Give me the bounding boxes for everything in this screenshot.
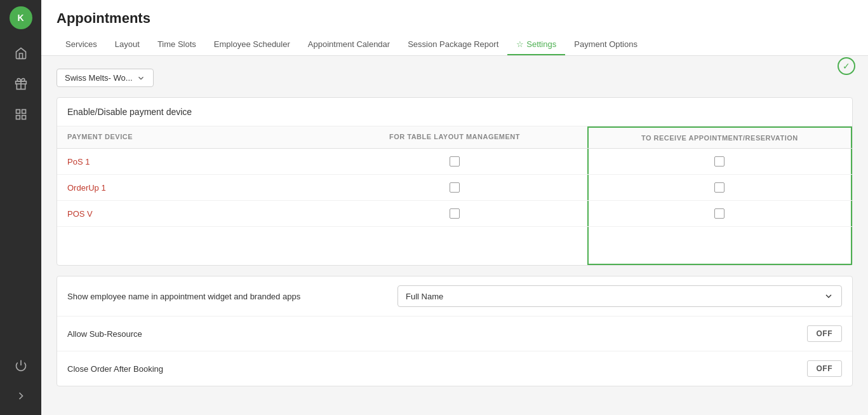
svg-rect-4 xyxy=(16,116,20,119)
device-name-3: POS V xyxy=(57,201,322,226)
page-title: Appointments xyxy=(57,10,853,27)
table-row: PoS 1 xyxy=(57,149,852,175)
appt-checkbox-3[interactable] xyxy=(587,201,852,226)
tab-employee-scheduler[interactable]: Employee Scheduler xyxy=(205,34,299,55)
svg-rect-3 xyxy=(22,110,25,114)
close-order-control: OFF xyxy=(807,360,843,377)
table-header: PAYMENT DEVICE FOR TABLE LAYOUT MANAGEME… xyxy=(57,126,852,149)
sub-resource-control: OFF xyxy=(807,325,843,342)
col-appointment: TO RECEIVE APPOINTMENT/RESERVATION xyxy=(587,126,852,148)
appt-checkbox-2[interactable] xyxy=(587,175,852,200)
table-row: POS V xyxy=(57,201,852,227)
location-dropdown[interactable]: Swiss Melts- Wo... xyxy=(57,69,154,87)
tab-appointment-calendar[interactable]: Appointment Calendar xyxy=(299,34,399,55)
payment-section-title: Enable/Disable payment device xyxy=(57,98,852,126)
close-order-label: Close Order After Booking xyxy=(67,364,797,374)
close-order-toggle[interactable]: OFF xyxy=(807,360,843,377)
svg-rect-5 xyxy=(22,116,25,119)
dropdown-chevron-icon xyxy=(824,291,834,301)
header: Appointments Services Layout Time Slots … xyxy=(41,0,868,56)
toolbar-row: Swiss Melts- Wo... xyxy=(57,69,853,87)
employee-name-row: Show employee name in appointment widget… xyxy=(57,276,852,316)
payment-device-section: Enable/Disable payment device PAYMENT DE… xyxy=(57,97,853,266)
table-checkbox-3[interactable] xyxy=(322,201,587,226)
sub-resource-row: Allow Sub-Resource OFF xyxy=(57,316,852,351)
close-order-row: Close Order After Booking OFF xyxy=(57,351,852,386)
table-row: OrderUp 1 xyxy=(57,175,852,201)
checkbox-appt-3[interactable] xyxy=(714,208,724,219)
sidebar: K xyxy=(0,0,41,415)
table-checkbox-2[interactable] xyxy=(322,175,587,200)
device-name-1: PoS 1 xyxy=(57,149,322,174)
home-icon[interactable] xyxy=(8,41,34,66)
chevron-down-icon xyxy=(137,74,145,83)
empty-cell-1 xyxy=(57,227,322,265)
main-content: Appointments Services Layout Time Slots … xyxy=(41,0,868,415)
employee-name-label: Show employee name in appointment widget… xyxy=(67,292,387,301)
svg-rect-2 xyxy=(16,110,20,114)
checkbox-table-3[interactable] xyxy=(450,208,460,219)
full-name-value: Full Name xyxy=(406,292,443,301)
full-name-dropdown[interactable]: Full Name xyxy=(397,285,842,307)
checkbox-table-2[interactable] xyxy=(450,182,460,193)
table-checkbox-1[interactable] xyxy=(322,149,587,174)
appt-checkbox-1[interactable] xyxy=(587,149,852,174)
grid-icon[interactable] xyxy=(8,102,34,127)
sub-resource-toggle[interactable]: OFF xyxy=(807,325,843,342)
tab-layout[interactable]: Layout xyxy=(106,34,149,55)
checkbox-table-1[interactable] xyxy=(450,156,460,167)
tab-settings[interactable]: ☆ Settings xyxy=(507,34,565,55)
empty-cell-2 xyxy=(322,227,587,265)
checkbox-appt-1[interactable] xyxy=(714,156,724,167)
nav-tabs: Services Layout Time Slots Employee Sche… xyxy=(57,34,853,55)
tab-session-package[interactable]: Session Package Report xyxy=(399,34,507,55)
highlight-empty xyxy=(587,227,852,265)
device-name-2: OrderUp 1 xyxy=(57,175,322,200)
star-icon: ☆ xyxy=(516,39,524,49)
content-area: Swiss Melts- Wo... Enable/Disable paymen… xyxy=(41,56,868,415)
tab-services[interactable]: Services xyxy=(57,34,106,55)
settings-section: Show employee name in appointment widget… xyxy=(57,276,853,386)
tab-time-slots[interactable]: Time Slots xyxy=(149,34,205,55)
power-icon[interactable] xyxy=(8,353,34,378)
sub-resource-label: Allow Sub-Resource xyxy=(67,329,797,339)
col-table-layout: FOR TABLE LAYOUT MANAGEMENT xyxy=(322,126,587,148)
avatar[interactable]: K xyxy=(10,6,32,29)
employee-name-dropdown-control: Full Name xyxy=(397,285,842,307)
tab-payment-options[interactable]: Payment Options xyxy=(565,34,646,55)
checkbox-appt-2[interactable] xyxy=(714,182,724,193)
col-payment-device: PAYMENT DEVICE xyxy=(57,126,322,148)
gift-icon[interactable] xyxy=(8,71,34,97)
expand-icon[interactable] xyxy=(8,383,34,409)
header-check-icon: ✓ xyxy=(838,57,855,75)
